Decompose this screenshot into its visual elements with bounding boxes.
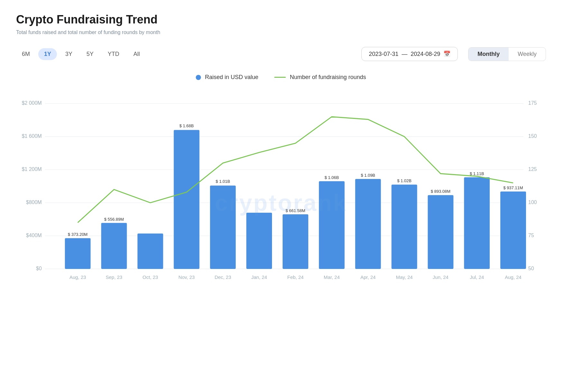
svg-text:Feb, 24: Feb, 24 [287, 274, 304, 280]
svg-text:Apr, 24: Apr, 24 [360, 274, 376, 280]
date-range-box[interactable]: 2023-07-31 — 2024-08-29 📅 [361, 47, 458, 61]
svg-text:$1 600M: $1 600M [22, 133, 42, 139]
filter-ytd[interactable]: YTD [102, 48, 125, 60]
svg-text:Aug, 23: Aug, 23 [69, 274, 86, 280]
svg-text:150: 150 [528, 133, 537, 139]
svg-text:175: 175 [528, 100, 537, 106]
legend-line-rounds [274, 77, 286, 78]
filter-5y[interactable]: 5Y [81, 48, 99, 60]
bar-jul24 [464, 177, 490, 269]
bar-aug24 [500, 192, 526, 269]
svg-text:May, 24: May, 24 [396, 274, 413, 280]
legend-label-usd: Raised in USD value [205, 74, 258, 81]
svg-text:50: 50 [528, 265, 534, 271]
svg-text:100: 100 [528, 199, 537, 205]
svg-text:Dec, 23: Dec, 23 [214, 274, 231, 280]
filter-6m[interactable]: 6M [16, 48, 36, 60]
filter-all[interactable]: All [128, 48, 146, 60]
page-subtitle: Total funds raised and total number of f… [16, 30, 546, 35]
svg-text:$ 556.89M: $ 556.89M [104, 217, 124, 221]
svg-text:Jun, 24: Jun, 24 [433, 274, 449, 280]
svg-text:$0: $0 [36, 265, 42, 271]
svg-text:Oct, 23: Oct, 23 [142, 274, 158, 280]
svg-text:$400M: $400M [26, 232, 42, 238]
svg-text:$ 1.11B: $ 1.11B [470, 171, 484, 176]
bar-dec23 [210, 185, 236, 269]
svg-text:$1 200M: $1 200M [22, 166, 42, 172]
bar-feb24 [283, 214, 308, 269]
page-title: Crypto Fundraising Trend [16, 13, 546, 26]
svg-text:$ 1.09B: $ 1.09B [361, 173, 375, 177]
date-range-end: 2024-08-29 [411, 51, 440, 58]
svg-text:$ 1.68B: $ 1.68B [179, 123, 194, 128]
svg-text:Mar, 24: Mar, 24 [324, 274, 340, 280]
svg-text:Jan, 24: Jan, 24 [251, 274, 267, 280]
period-toggle: Monthly Weekly [468, 47, 546, 61]
svg-text:$2 000M: $2 000M [22, 100, 42, 106]
legend-dot-usd [196, 75, 201, 80]
filter-3y[interactable]: 3Y [59, 48, 78, 60]
svg-text:$ 661.58M: $ 661.58M [286, 208, 305, 213]
bar-apr24 [355, 179, 381, 269]
svg-text:Sep, 23: Sep, 23 [106, 274, 122, 280]
svg-text:$ 937.11M: $ 937.11M [503, 185, 523, 190]
svg-text:$800M: $800M [26, 199, 42, 205]
legend: Raised in USD value Number of fundraisin… [16, 74, 546, 81]
legend-item-usd: Raised in USD value [196, 74, 258, 81]
period-monthly[interactable]: Monthly [468, 48, 509, 61]
bar-nov23 [174, 130, 199, 269]
svg-text:125: 125 [528, 166, 537, 172]
bar-jan24 [246, 213, 272, 269]
chart-area: cryptorank $2 000M $1 600M $1 200M $800M… [16, 90, 546, 315]
svg-text:$ 893.08M: $ 893.08M [431, 189, 450, 194]
period-weekly[interactable]: Weekly [509, 48, 546, 61]
filter-1y[interactable]: 1Y [38, 48, 57, 60]
svg-text:Nov, 23: Nov, 23 [178, 274, 195, 280]
svg-text:$ 1.06B: $ 1.06B [324, 175, 339, 180]
bar-may24 [392, 184, 417, 269]
svg-text:$ 1.01B: $ 1.01B [216, 179, 230, 184]
date-range-separator: — [402, 51, 407, 58]
bar-sep23 [101, 223, 127, 269]
time-filters: 6M 1Y 3Y 5Y YTD All [16, 48, 146, 60]
bar-jun24 [428, 195, 453, 269]
bar-aug23 [65, 238, 91, 269]
svg-text:75: 75 [528, 232, 534, 238]
calendar-icon: 📅 [443, 50, 450, 58]
svg-text:Jul, 24: Jul, 24 [470, 274, 484, 280]
bar-oct23 [138, 234, 163, 269]
legend-item-rounds: Number of fundraising rounds [274, 74, 366, 81]
legend-label-rounds: Number of fundraising rounds [290, 74, 366, 81]
svg-text:$ 373.20M: $ 373.20M [68, 232, 87, 237]
date-range-start: 2023-07-31 [369, 51, 398, 58]
controls-row: 6M 1Y 3Y 5Y YTD All 2023-07-31 — 2024-08… [16, 47, 546, 61]
chart-svg: $2 000M $1 600M $1 200M $800M $400M $0 1… [16, 90, 546, 315]
bar-mar24 [319, 181, 345, 269]
svg-text:Aug, 24: Aug, 24 [505, 274, 521, 280]
svg-text:$ 1.02B: $ 1.02B [397, 178, 412, 183]
